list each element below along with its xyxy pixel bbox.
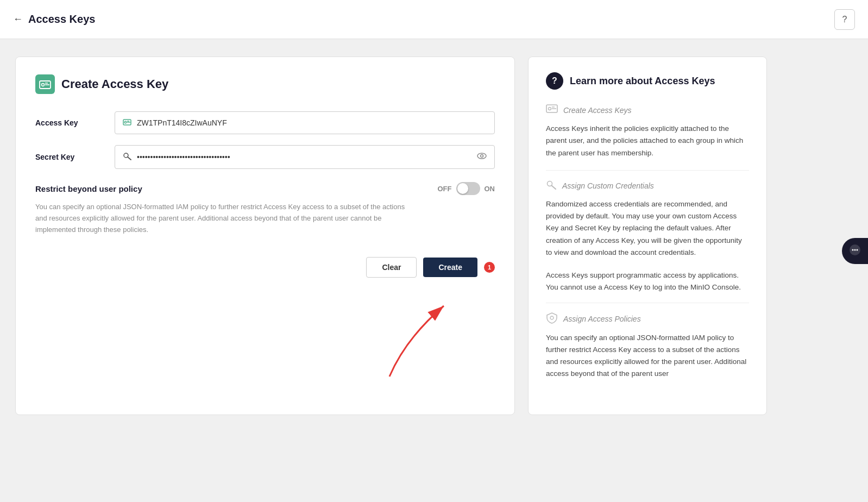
svg-point-10: [477, 153, 486, 159]
access-key-label: Access Key: [35, 118, 106, 127]
panel-header: Create Access Key: [35, 74, 495, 94]
back-arrow-icon[interactable]: ←: [13, 14, 23, 25]
divider-2: [546, 303, 749, 303]
secret-key-input[interactable]: [137, 153, 477, 161]
main-content: Create Access Key Access Key Secret Key: [0, 39, 782, 432]
create-keys-heading: Create Access Keys: [563, 106, 632, 115]
secret-key-input-wrap: [115, 145, 495, 169]
right-panel-title: Learn more about Access Keys: [570, 76, 715, 87]
right-panel-header: ? Learn more about Access Keys: [546, 72, 749, 90]
create-access-key-panel: Create Access Key Access Key Secret Key: [15, 57, 515, 415]
notification-badge: 1: [484, 262, 495, 273]
help-section-policies: Assign Access Policies You can specify a…: [546, 312, 749, 380]
secret-key-label: Secret Key: [35, 153, 106, 161]
page-title: Access Keys: [28, 13, 95, 26]
help-section-create: Create Access Keys Access Keys inherit t…: [546, 103, 749, 159]
programmatic-access-text: Access Keys support programmatic access …: [546, 269, 749, 294]
svg-point-23: [857, 249, 858, 250]
access-key-input[interactable]: [137, 118, 487, 127]
clear-button[interactable]: Clear: [366, 257, 417, 278]
button-row: Clear Create 1: [35, 257, 495, 278]
policies-icon: [546, 312, 558, 327]
divider-1: [546, 170, 749, 171]
access-key-row: Access Key: [35, 111, 495, 134]
svg-line-9: [128, 157, 131, 160]
panel-icon: [35, 74, 55, 94]
restrict-policy-toggle[interactable]: [456, 182, 480, 195]
create-keys-icon: [546, 103, 558, 117]
credentials-text: Randomized access credentials are recomm…: [546, 198, 749, 259]
access-key-field-icon: [123, 117, 131, 128]
help-section-credentials-header: Assign Custom Credentials: [546, 179, 749, 193]
create-access-key-title: Create Access Key: [61, 77, 168, 91]
svg-point-5: [124, 121, 127, 123]
toggle-off-label: OFF: [438, 185, 452, 193]
svg-line-18: [552, 185, 556, 189]
svg-point-11: [481, 155, 483, 158]
chat-widget[interactable]: [842, 238, 868, 264]
policies-heading: Assign Access Policies: [563, 315, 641, 323]
create-keys-text: Access Keys inherit the policies explici…: [546, 123, 749, 159]
svg-point-21: [852, 249, 854, 250]
help-section-policies-header: Assign Access Policies: [546, 312, 749, 327]
secret-key-row: Secret Key: [35, 145, 495, 169]
learn-more-panel: ? Learn more about Access Keys Create Ac…: [528, 57, 767, 415]
policies-text: You can specify an optional JSON-formatt…: [546, 332, 749, 380]
access-key-input-wrap: [115, 111, 495, 134]
page-header: ← Access Keys ?: [0, 0, 868, 39]
svg-point-19: [550, 316, 553, 319]
secret-key-field-icon: [123, 152, 131, 162]
svg-point-1: [42, 84, 45, 86]
credentials-icon: [546, 179, 557, 193]
toggle-row: Restrict beyond user policy OFF ON: [35, 182, 495, 195]
toggle-on-label: ON: [485, 185, 495, 193]
chat-icon: [848, 243, 861, 259]
svg-point-14: [549, 108, 551, 110]
header-left: ← Access Keys: [13, 13, 95, 26]
toggle-controls: OFF ON: [438, 182, 495, 195]
svg-point-22: [854, 249, 856, 250]
help-button[interactable]: ?: [834, 9, 855, 30]
create-button[interactable]: Create: [423, 258, 477, 277]
credentials-heading: Assign Custom Credentials: [562, 181, 654, 190]
restrict-policy-section: Restrict beyond user policy OFF ON You c…: [35, 182, 495, 235]
restrict-policy-description: You can specify an optional JSON-formatt…: [35, 202, 416, 235]
toggle-password-icon[interactable]: [477, 151, 487, 163]
arrow-annotation: [373, 273, 471, 382]
help-section-credentials: Assign Custom Credentials Randomized acc…: [546, 179, 749, 259]
restrict-policy-label: Restrict beyond user policy: [35, 184, 142, 193]
help-section-create-header: Create Access Keys: [546, 103, 749, 117]
learn-more-icon: ?: [546, 72, 563, 90]
question-mark-icon: ?: [842, 15, 847, 24]
